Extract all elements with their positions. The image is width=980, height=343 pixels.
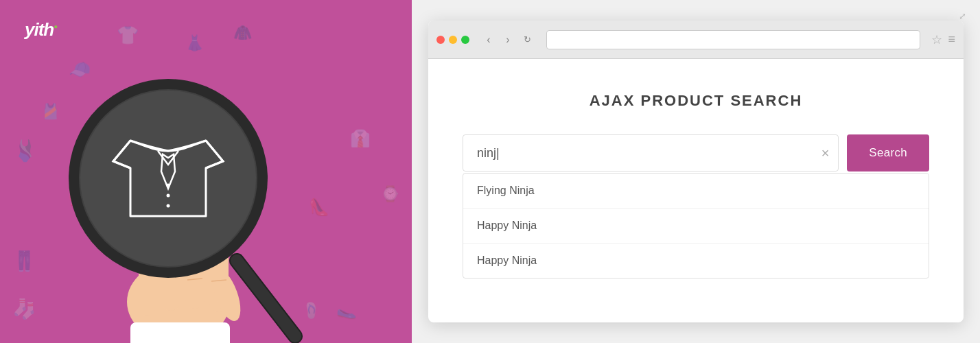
browser-nav: ‹ › ↻	[480, 32, 535, 48]
browser-chrome: ‹ › ↻ ☆ ≡	[428, 21, 964, 59]
browser-actions: ☆ ≡	[931, 32, 955, 47]
svg-text:🩱: 🩱	[12, 139, 38, 163]
autocomplete-item[interactable]: Happy Ninja	[463, 209, 929, 244]
illustration	[41, 48, 329, 343]
back-button[interactable]: ‹	[480, 32, 497, 48]
autocomplete-dropdown: Flying Ninja Happy Ninja Happy Ninja	[463, 173, 929, 279]
menu-icon: ≡	[948, 32, 955, 47]
corner-expand-icon: ⤢	[959, 11, 966, 21]
address-bar[interactable]	[546, 30, 920, 49]
bookmark-icon: ☆	[931, 32, 942, 47]
reload-button[interactable]: ↻	[519, 32, 535, 48]
search-input-wrapper: ×	[463, 134, 839, 172]
svg-point-29	[80, 91, 256, 266]
forward-button[interactable]: ›	[500, 32, 516, 48]
svg-text:👕: 👕	[117, 24, 139, 46]
close-dot[interactable]	[436, 36, 445, 44]
svg-text:⌚: ⌚	[381, 185, 400, 203]
search-button[interactable]: Search	[847, 134, 929, 172]
maximize-dot[interactable]	[461, 36, 469, 44]
logo-text: yith	[25, 19, 54, 40]
yith-logo: yith●	[25, 19, 57, 40]
autocomplete-item[interactable]: Happy Ninja	[463, 244, 929, 278]
right-panel: ⤢ ‹ › ↻ ☆ ≡ AJAX PRODUCT SEARCH	[412, 0, 980, 343]
browser-dots	[436, 36, 469, 44]
browser-window: ‹ › ↻ ☆ ≡ AJAX PRODUCT SEARCH × Search	[428, 21, 964, 322]
search-row: × Search	[463, 134, 929, 172]
svg-text:🥿: 🥿	[336, 300, 357, 320]
svg-text:👔: 👔	[350, 128, 371, 148]
svg-text:👖: 👖	[12, 250, 36, 272]
svg-point-32	[167, 184, 170, 187]
page-title: AJAX PRODUCT SEARCH	[463, 92, 929, 110]
clear-button[interactable]: ×	[821, 146, 830, 160]
svg-text:🧦: 🧦	[12, 298, 36, 320]
left-panel: yith● 🩱 🧢 👕 👖 🧦 👔 ⌚ 👠 👗 🧥 🧤	[0, 0, 412, 343]
svg-text:🧥: 🧥	[233, 23, 253, 42]
svg-point-30	[167, 194, 170, 198]
logo-dot: ●	[54, 23, 57, 30]
svg-line-26	[237, 261, 295, 336]
page-content: AJAX PRODUCT SEARCH × Search Flying Ninj…	[428, 59, 964, 299]
svg-rect-21	[130, 322, 230, 343]
autocomplete-item[interactable]: Flying Ninja	[463, 174, 929, 209]
minimize-dot[interactable]	[449, 36, 457, 44]
search-input[interactable]	[463, 134, 839, 172]
svg-point-31	[167, 204, 170, 208]
